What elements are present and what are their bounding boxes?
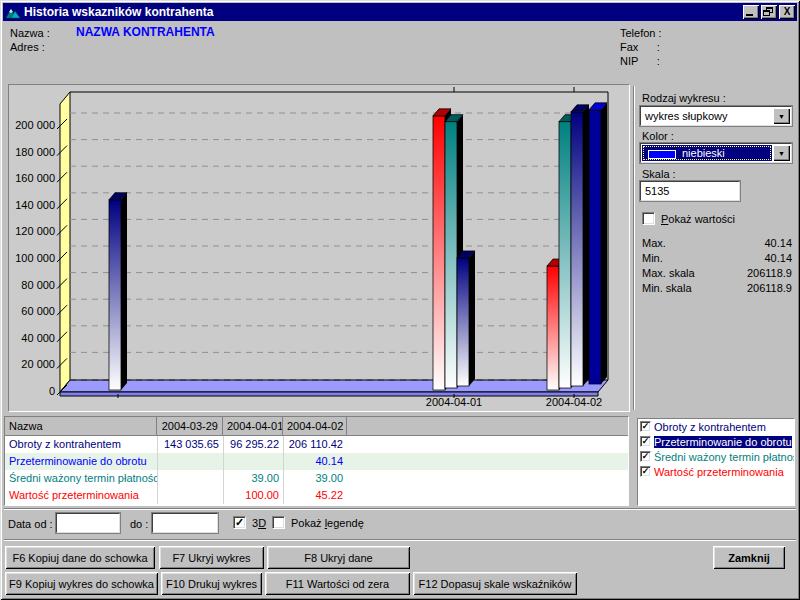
data-od-input[interactable] <box>56 513 120 533</box>
bar-teal-gradient <box>445 122 457 388</box>
bar-teal-gradient <box>559 122 571 388</box>
color-value: niebieski <box>682 147 725 159</box>
legend-list-item[interactable]: ✓Obroty z kontrahentem <box>638 419 794 434</box>
bar-red-gradient <box>547 266 559 390</box>
divider <box>4 539 796 541</box>
col-header-date2: 2004-04-01 <box>223 417 283 435</box>
legend-item-checkbox[interactable]: ✓ <box>640 421 651 432</box>
y-axis-tick-label: 180 000 <box>15 146 55 158</box>
cb-3d-row[interactable]: ✓ 3D <box>233 516 266 529</box>
bar-navy-gradient <box>469 251 475 386</box>
table-cell: 39.00 <box>223 470 283 487</box>
legend-item-label: Wartość przeterminowania <box>654 466 784 478</box>
3d-checkbox[interactable]: ✓ <box>233 516 246 529</box>
col-header-date1: 2004-03-29 <box>157 417 223 435</box>
bar-blue-solid <box>589 110 601 384</box>
y-axis-tick-label: 120 000 <box>15 225 55 237</box>
panel-divider <box>633 86 635 410</box>
nazwa-label: Nazwa : <box>10 27 50 39</box>
chart-type-dropdown-arrow-icon[interactable]: ▼ <box>773 108 790 124</box>
color-dropdown-arrow-icon[interactable]: ▼ <box>773 145 790 161</box>
color-swatch <box>648 150 676 159</box>
y-axis-tick-label: 60 000 <box>21 305 55 317</box>
indicator-table: Nazwa 2004-03-29 2004-04-01 2004-04-02 O… <box>4 416 629 506</box>
pokaz-wartosci-row[interactable]: Pokaż wartości <box>642 212 735 225</box>
legend-item-checkbox[interactable]: ✓ <box>640 436 651 447</box>
rodzaj-wykresu-label: Rodzaj wykresu : <box>642 92 726 104</box>
stat-value: 40.14 <box>764 236 792 251</box>
table-row[interactable]: Wartość przeterminowania100.0045.22 <box>5 487 628 504</box>
table-row-name: Średni ważony termin płatności <box>5 470 157 487</box>
bar-red-gradient <box>433 116 445 390</box>
window-title: Historia wskazników kontrahenta <box>24 5 213 19</box>
fax-label: Fax : <box>620 41 668 53</box>
table-row-name: Wartość przeterminowania <box>5 487 157 504</box>
y-axis-tick-label: 200 000 <box>15 119 55 131</box>
color-select[interactable]: niebieski ▼ <box>640 143 792 163</box>
adres-label: Adres : <box>10 41 45 53</box>
stat-label: Max. <box>642 236 764 251</box>
chart-type-select[interactable]: wykres słupkowy ▼ <box>640 106 792 126</box>
legend-item-checkbox[interactable]: ✓ <box>640 466 651 477</box>
do-input[interactable] <box>152 513 218 533</box>
col-header-nazwa: Nazwa <box>5 417 157 435</box>
legend-list-item[interactable]: ✓Przeterminowanie do obrotu <box>638 434 794 449</box>
restore-button[interactable] <box>761 5 777 19</box>
chart-back-wall <box>70 92 608 380</box>
bar-navy-gradient <box>571 112 583 386</box>
f8-hide-data-button[interactable]: F8 Ukryj dane <box>267 546 410 569</box>
legend-item-label: Obroty z kontrahentem <box>654 421 766 433</box>
chart-floor-front <box>60 392 598 396</box>
telefon-label: Telefon : <box>620 27 662 39</box>
f10-print-chart-button[interactable]: F10 Drukuj wykres <box>161 572 262 595</box>
bar-navy-gradient <box>583 105 589 386</box>
nip-label: NIP : <box>620 55 660 67</box>
stat-value: 206118.9 <box>747 266 792 281</box>
legend-list-item[interactable]: ✓Wartość przeterminowania <box>638 464 794 479</box>
stat-row: Max.40.14 <box>642 236 792 251</box>
f12-fit-scales-button[interactable]: F12 Dopasuj skale wskaźników <box>413 572 577 595</box>
stat-label: Min. skala <box>642 281 747 296</box>
minimize-button[interactable] <box>743 5 759 19</box>
close-button[interactable]: X <box>779 5 795 19</box>
zamknij-button[interactable]: Zamknij <box>713 546 785 569</box>
table-header-row: Nazwa 2004-03-29 2004-04-01 2004-04-02 <box>5 417 628 436</box>
table-row-name: Obroty z kontrahentem <box>5 436 157 453</box>
table-row-name: Przeterminowanie do obrotu <box>5 453 157 470</box>
y-axis-tick-label: 140 000 <box>15 199 55 211</box>
bar-navy-gradient <box>109 200 121 390</box>
legend-item-label: Średni ważony termin płatności <box>654 451 794 463</box>
stat-label: Max. skala <box>642 266 747 281</box>
table-cell: 100.00 <box>223 487 283 504</box>
color-value-wrap: niebieski <box>642 145 772 161</box>
cb-legend-row[interactable]: Pokaż legendę <box>272 516 364 529</box>
kolor-label: Kolor : <box>642 130 674 142</box>
skala-label: Skala : <box>642 168 676 180</box>
pokaz-legende-label: Pokaż legendę <box>291 517 364 529</box>
bar-navy-gradient <box>457 258 469 386</box>
bar-chart: 020 00040 00060 00080 000100 000120 0001… <box>9 85 629 411</box>
f11-values-from-zero-button[interactable]: F11 Wartości od zera <box>265 572 410 595</box>
f9-copy-chart-button[interactable]: F9 Kopiuj wykres do schowka <box>5 572 158 595</box>
pokaz-legende-checkbox[interactable] <box>272 516 285 529</box>
pokaz-wartosci-checkbox[interactable] <box>642 212 655 225</box>
stat-row: Max. skala206118.9 <box>642 266 792 281</box>
y-axis-tick-label: 100 000 <box>15 252 55 264</box>
table-row[interactable]: Obroty z kontrahentem143 035.6596 295.22… <box>5 436 628 453</box>
table-cell: 39.00 <box>283 470 347 487</box>
legend-item-label: Przeterminowanie do obrotu <box>654 436 792 448</box>
table-cell: 40.14 <box>283 453 347 470</box>
stat-value: 40.14 <box>764 251 792 266</box>
legend-list-item[interactable]: ✓Średni ważony termin płatności <box>638 449 794 464</box>
y-axis-tick-label: 40 000 <box>21 332 55 344</box>
bar-blue-solid <box>601 103 607 384</box>
y-axis-tick-label: 80 000 <box>21 279 55 291</box>
skala-input[interactable]: 5135 <box>640 181 740 201</box>
chart-gridlines: 020 00040 00060 00080 000100 000120 0001… <box>15 113 608 397</box>
table-row[interactable]: Średni ważony termin płatności39.0039.00 <box>5 470 628 487</box>
f6-copy-data-button[interactable]: F6 Kopiuj dane do schowka <box>5 546 155 569</box>
f7-hide-chart-button[interactable]: F7 Ukryj wykres <box>159 546 264 569</box>
indicator-listbox: ✓Obroty z kontrahentem✓Przeterminowanie … <box>637 418 795 506</box>
legend-item-checkbox[interactable]: ✓ <box>640 451 651 462</box>
table-row[interactable]: Przeterminowanie do obrotu40.14 <box>5 453 628 470</box>
